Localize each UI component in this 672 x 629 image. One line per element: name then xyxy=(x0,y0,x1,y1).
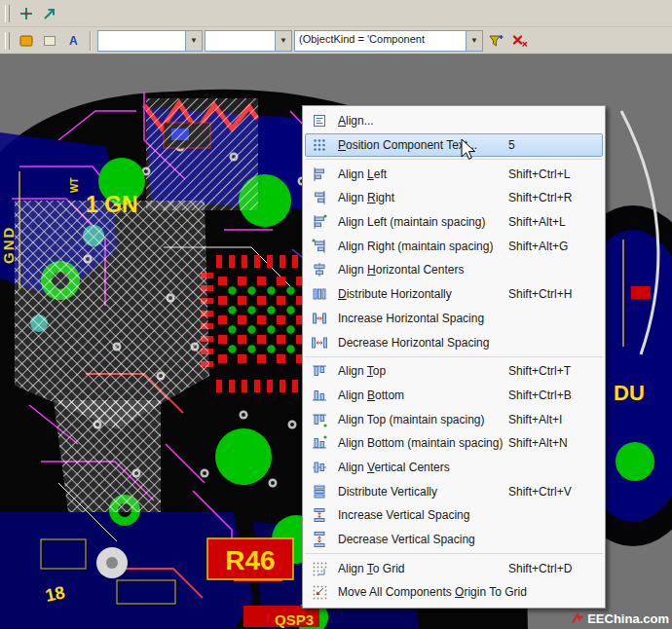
decrease-horizontal-spacing-icon xyxy=(308,335,331,351)
chevron-down-icon[interactable]: ▼ xyxy=(466,31,482,51)
menu-item[interactable]: Align To GridShift+Ctrl+D xyxy=(305,556,603,580)
menu-item-label: Align Left xyxy=(331,167,508,181)
font-icon: A xyxy=(65,33,81,49)
toolbar-grip[interactable] xyxy=(5,5,10,22)
position-text-icon xyxy=(308,137,331,153)
menu-item-shortcut: Shift+Ctrl+D xyxy=(508,562,600,575)
menu-item-label: Decrease Vertical Spacing xyxy=(331,533,508,546)
text-style-button[interactable]: A xyxy=(62,30,84,52)
main-toolbar: A ▼ ▼ (ObjectKind = 'Component ▼ xyxy=(0,0,672,55)
label-gnd: GND xyxy=(0,226,17,264)
filter-funnel-icon xyxy=(488,33,504,49)
application-window: A ▼ ▼ (ObjectKind = 'Component ▼ xyxy=(0,0,672,629)
align-bottom-icon xyxy=(308,388,331,403)
menu-item-shortcut: Shift+Alt+N xyxy=(508,436,600,450)
label-du: DU xyxy=(614,381,645,405)
menu-item[interactable]: Align Horizontal Centers xyxy=(305,258,603,282)
align-left-spacing-icon xyxy=(308,214,331,230)
menu-item-label: Increase Vertical Spacing xyxy=(331,508,508,522)
filter-expression-value: (ObjectKind = 'Component xyxy=(295,31,466,51)
menu-item-shortcut: Shift+Ctrl+T xyxy=(508,364,600,378)
menu-item-shortcut: 5 xyxy=(508,138,600,152)
menu-item-label: Align Bottom xyxy=(331,388,508,402)
menu-item-shortcut: Shift+Ctrl+H xyxy=(508,287,600,301)
apply-filter-button[interactable] xyxy=(485,30,506,52)
align-vertical-centers-icon xyxy=(308,460,331,475)
menu-item-label: Align Right xyxy=(331,191,508,204)
fill-color-icon xyxy=(19,33,34,49)
menu-item[interactable]: Align TopShift+Ctrl+T xyxy=(305,359,603,384)
menu-item[interactable]: Align Vertical Centers xyxy=(305,456,603,480)
align-top-spacing-icon xyxy=(308,412,331,427)
menu-item-label: Align... xyxy=(331,114,508,128)
menu-item[interactable]: Distribute VerticallyShift+Ctrl+V xyxy=(305,479,603,503)
menu-item-label: Align Left (maintain spacing) xyxy=(331,215,508,229)
menu-separator xyxy=(305,159,603,160)
label-18: 18 xyxy=(44,582,67,606)
pcb-workspace: GND 1 GN WT DU 18 R46 QSP3 Align...Posit… xyxy=(0,55,672,629)
menu-item[interactable]: Align Left (maintain spacing)Shift+Alt+L xyxy=(305,210,603,235)
menu-separator xyxy=(305,553,603,554)
menu-item[interactable]: Increase Horizontal Spacing xyxy=(305,307,603,331)
increase-horizontal-spacing-icon xyxy=(308,311,331,326)
align-right-icon xyxy=(308,190,331,205)
menu-separator xyxy=(305,356,603,357)
menu-item-label: Distribute Horizontally xyxy=(331,287,508,301)
clear-filter-x-icon xyxy=(511,33,528,49)
menu-item[interactable]: Align LeftShift+Ctrl+L xyxy=(305,162,603,186)
watermark: EEChina.com xyxy=(571,611,669,626)
swatch-icon xyxy=(42,33,57,49)
align-dialog-icon xyxy=(308,113,331,129)
menu-item-label: Align Top xyxy=(331,364,508,378)
combo-2-value xyxy=(205,31,275,51)
move-origin-grid-icon xyxy=(308,584,331,600)
menu-item-label: Align Horizontal Centers xyxy=(331,263,508,277)
menu-item[interactable]: Decrease Horizontal Spacing xyxy=(305,330,603,354)
combo-2[interactable]: ▼ xyxy=(205,30,292,52)
menu-item[interactable]: Move All Components Origin To Grid xyxy=(305,580,603,605)
menu-item[interactable]: Align BottomShift+Ctrl+B xyxy=(305,384,603,408)
eechina-logo-icon xyxy=(571,612,584,626)
menu-item-shortcut: Shift+Ctrl+B xyxy=(508,388,600,402)
align-top-icon xyxy=(308,363,331,379)
toolbar-separator xyxy=(90,31,92,51)
menu-item[interactable]: Align Right (maintain spacing)Shift+Alt+… xyxy=(305,234,603,258)
jump-button[interactable] xyxy=(39,3,60,24)
menu-item[interactable]: Position Component Text...5 xyxy=(305,133,603,158)
chevron-down-icon[interactable]: ▼ xyxy=(185,31,202,51)
combo-1-value xyxy=(98,31,185,51)
decrease-vertical-spacing-icon xyxy=(308,532,331,547)
menu-item-label: Distribute Vertically xyxy=(331,485,508,499)
toolbar-grip[interactable] xyxy=(5,32,10,50)
increase-vertical-spacing-icon xyxy=(308,507,331,523)
menu-item-label: Position Component Text... xyxy=(331,138,508,152)
watermark-text: EEChina.com xyxy=(587,611,669,626)
toolbar-row-1 xyxy=(0,0,672,26)
menu-item-label: Align Bottom (maintain spacing) xyxy=(331,436,508,450)
menu-item[interactable]: Align RightShift+Ctrl+R xyxy=(305,186,603,210)
menu-item[interactable]: Distribute HorizontallyShift+Ctrl+H xyxy=(305,282,603,307)
pale-swatch-button[interactable] xyxy=(39,30,60,52)
mouse-cursor xyxy=(461,138,480,162)
fill-color-button[interactable] xyxy=(16,30,37,52)
menu-item[interactable]: Increase Vertical Spacing xyxy=(305,503,603,528)
label-r46: R46 xyxy=(225,545,275,575)
filter-expression-combo[interactable]: (ObjectKind = 'Component ▼ xyxy=(294,30,483,52)
menu-item-shortcut: Shift+Ctrl+R xyxy=(508,191,600,204)
menu-item-shortcut: Shift+Alt+L xyxy=(508,215,600,229)
cross-probe-button[interactable] xyxy=(16,3,37,24)
menu-item[interactable]: Align Top (maintain spacing)Shift+Alt+I xyxy=(305,407,603,431)
menu-item-label: Increase Horizontal Spacing xyxy=(331,312,508,325)
menu-item-shortcut: Shift+Ctrl+L xyxy=(508,167,600,181)
clear-filter-button[interactable] xyxy=(508,30,530,52)
distribute-vertically-icon xyxy=(308,484,331,500)
component-bottom: QSP3 xyxy=(243,606,319,628)
chevron-down-icon[interactable]: ▼ xyxy=(275,31,291,51)
menu-item[interactable]: Decrease Vertical Spacing xyxy=(305,528,603,552)
context-menu: Align...Position Component Text...5Align… xyxy=(302,105,606,609)
menu-item[interactable]: Align... xyxy=(305,109,603,133)
menu-item-label: Decrease Horizontal Spacing xyxy=(331,336,508,350)
menu-item[interactable]: Align Bottom (maintain spacing)Shift+Alt… xyxy=(305,431,603,456)
combo-1[interactable]: ▼ xyxy=(97,30,203,52)
distribute-horizontally-icon xyxy=(308,286,331,302)
